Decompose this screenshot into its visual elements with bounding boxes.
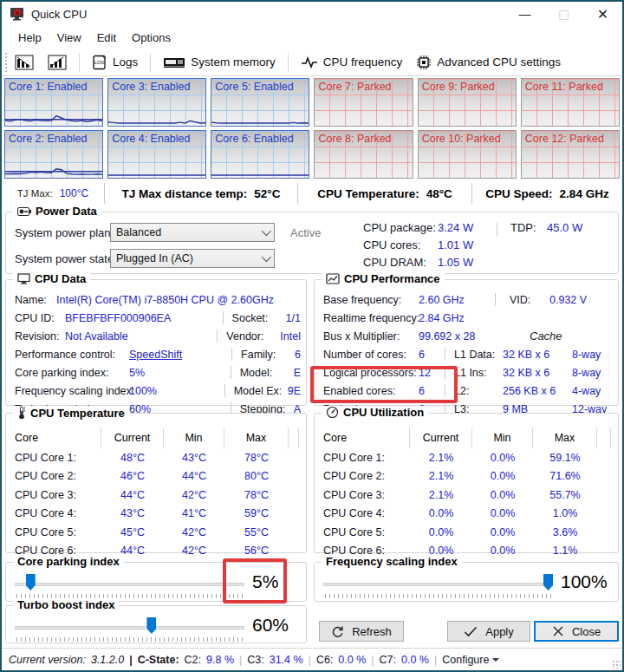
- cpu-data-section: CPU Data Name: Intel(R) Core(TM) i7-8850…: [5, 279, 307, 406]
- enabled-cores-row: Enabled cores: 6 L2: 256 KB x 6 4-way: [323, 382, 613, 400]
- cpu-dram-value: 1.05 W: [438, 256, 473, 269]
- tdp-label: TDP:: [510, 221, 547, 234]
- status-bar: Current version: 3.1.2.0 | C-State: C2: …: [2, 648, 622, 670]
- core-parking-slider-track[interactable]: [15, 583, 244, 586]
- menu-help[interactable]: Help: [10, 28, 49, 48]
- menu-edit[interactable]: Edit: [89, 28, 124, 48]
- chart-ascending-button[interactable]: [41, 51, 74, 74]
- advanced-cpu-settings-button[interactable]: Advanced CPU settings: [409, 51, 568, 74]
- power-plan-select[interactable]: Balanced: [110, 223, 275, 242]
- chart-descending-button[interactable]: [8, 51, 41, 74]
- logs-label: Logs: [113, 55, 138, 69]
- cpu-performance-title: CPU Performance: [344, 272, 440, 285]
- minimize-button[interactable]: —: [505, 2, 544, 26]
- close-window-button[interactable]: ✕: [583, 2, 622, 26]
- power-state-select[interactable]: Plugged In (AC): [110, 249, 275, 268]
- c7-label: C7:: [380, 654, 396, 666]
- cache-heading: Cache: [530, 329, 562, 343]
- l1-ins-way: 8-way: [572, 367, 601, 379]
- divider: [231, 366, 231, 379]
- core-tile-5[interactable]: Core 5: Enabled: [211, 78, 309, 127]
- core-parking-slider-value: 5%: [252, 571, 278, 592]
- system-memory-button[interactable]: System memory: [156, 52, 283, 72]
- speedshift-link[interactable]: SpeedShift: [129, 349, 182, 361]
- core-tile-11[interactable]: Core 11: Parked: [521, 78, 620, 127]
- cpu-utilization-section: CPU Utilization Core Current Min Max CPU…: [314, 413, 619, 553]
- table-row: CPU Core 5:45°C42°C55°C: [15, 523, 299, 542]
- maximize-button: ▢: [544, 2, 583, 26]
- core-parking-index-value: 5%: [129, 367, 145, 379]
- turbo-boost-slider-thumb[interactable]: [146, 617, 156, 634]
- power-plan-value: Balanced: [116, 226, 161, 238]
- resize-grip[interactable]: [612, 660, 621, 669]
- frequency-scaling-slider-thumb[interactable]: [543, 574, 553, 590]
- cpu-frequency-label: CPU frequency: [323, 55, 403, 69]
- logs-button[interactable]: LOG Logs: [85, 51, 145, 74]
- core-5-activity-chart: [211, 95, 309, 125]
- logs-icon: LOG: [92, 55, 107, 70]
- toolbar-separator: [79, 53, 80, 72]
- cpu-frequency-button[interactable]: CPU frequency: [294, 52, 410, 73]
- close-icon: [552, 625, 564, 637]
- tj-max-distance-label: TJ Max distance temp:: [122, 187, 248, 200]
- core-tile-2[interactable]: Core 2: Enabled: [4, 130, 103, 179]
- core-tile-7[interactable]: Core 7: Parked: [314, 78, 413, 127]
- core-tile-label: Core 2: Enabled: [9, 133, 87, 145]
- check-icon: [464, 626, 478, 637]
- cpu-speed-label: CPU Speed:: [485, 187, 552, 200]
- version-value: 3.1.2.0: [91, 654, 124, 666]
- core-tile-label: Core 8: Parked: [318, 133, 391, 145]
- monitor-icon: [17, 273, 30, 284]
- menu-options[interactable]: Options: [124, 28, 179, 48]
- core-parking-slider-thumb[interactable]: [26, 574, 36, 590]
- core-tile-label: Core 1: Enabled: [9, 81, 87, 93]
- c6-label: C6:: [316, 654, 333, 666]
- name-value: Intel(R) Core(TM) i7-8850H CPU @ 2.60GHz: [56, 294, 274, 306]
- core-tile-label: Core 7: Parked: [318, 81, 391, 93]
- cpu-data-title: CPU Data: [35, 272, 86, 285]
- table-row: CPU Core 1:48°C43°C78°C: [15, 448, 299, 467]
- performance-control-label: Performance control:: [15, 349, 129, 361]
- refresh-button[interactable]: Refresh: [319, 621, 404, 642]
- cpu-temperature-value: 48°C: [426, 187, 452, 200]
- c7-value: 0.0 %: [401, 654, 429, 666]
- apply-button[interactable]: Apply: [447, 621, 530, 642]
- core-tile-9[interactable]: Core 9: Parked: [418, 78, 517, 127]
- gauge-icon: [326, 406, 339, 419]
- slider-ticks: [16, 637, 244, 642]
- frequency-scaling-slider-track[interactable]: [323, 583, 553, 586]
- l1-data-way: 8-way: [572, 349, 601, 361]
- frequency-scaling-index-label: Frequency scaling index:: [15, 385, 129, 397]
- configure-menu[interactable]: Configure: [442, 654, 499, 666]
- cpu-temperature-label: CPU Temperature:: [317, 187, 419, 200]
- frequency-scaling-slider-value: 100%: [561, 571, 608, 592]
- core-3-activity-chart: [108, 95, 205, 125]
- table-row: CPU Core 3:2.1%0.0%55.7%: [323, 486, 611, 505]
- revision-value: Not Available: [65, 330, 128, 343]
- power-plan-label: System power plan:: [15, 226, 110, 239]
- menu-view[interactable]: View: [49, 28, 89, 48]
- l2-size: 256 KB x 6: [503, 385, 572, 397]
- turbo-boost-slider-track[interactable]: [15, 626, 244, 630]
- revision-row: Revision: Not Available Vendor: Intel: [15, 327, 301, 345]
- vendor-value: Intel: [280, 330, 301, 343]
- socket-value: 1/1: [286, 312, 301, 324]
- chevron-down-icon: [492, 658, 499, 662]
- bus-multiplier-label: Bus x Multiplier:: [323, 330, 419, 343]
- core-tile-1[interactable]: Core 1: Enabled: [4, 78, 103, 127]
- core-tile-6[interactable]: Core 6: Enabled: [211, 130, 309, 179]
- table-row: CPU Core 3:44°C42°C78°C: [15, 486, 299, 505]
- divider: [224, 384, 225, 397]
- turbo-boost-slider-section: Turbo boost index 60%: [5, 605, 307, 643]
- c6-value: 0.0 %: [338, 654, 366, 666]
- close-button[interactable]: Close: [534, 621, 619, 642]
- core-tile-12[interactable]: Core 12: Parked: [521, 130, 620, 179]
- core-tile-4[interactable]: Core 4: Enabled: [107, 130, 206, 179]
- core-tile-label: Core 4: Enabled: [112, 133, 190, 145]
- core-tile-10[interactable]: Core 10: Parked: [418, 130, 517, 179]
- configure-label: Configure: [442, 654, 489, 666]
- core-tile-8[interactable]: Core 8: Parked: [314, 130, 413, 179]
- core-parking-slider-title: Core parking index: [17, 555, 120, 568]
- core-tile-label: Core 5: Enabled: [215, 81, 293, 93]
- core-tile-3[interactable]: Core 3: Enabled: [107, 78, 206, 127]
